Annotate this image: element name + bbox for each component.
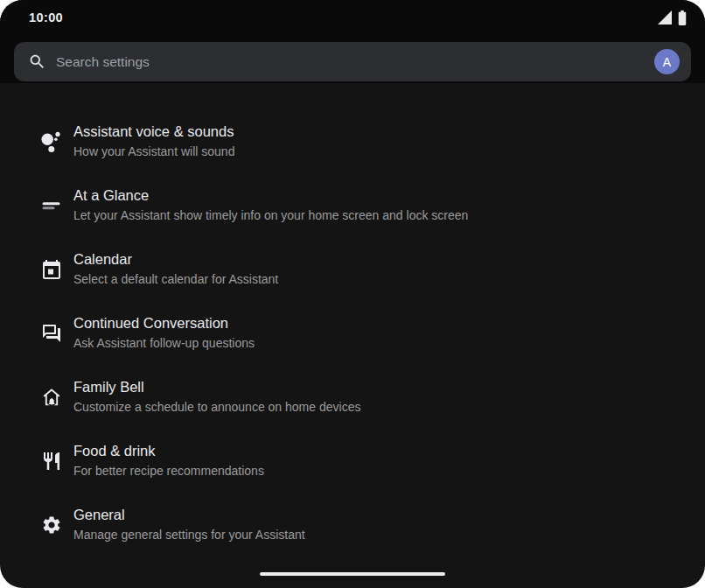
assistant-icon bbox=[41, 131, 62, 152]
search-settings-bar[interactable]: Search settings A bbox=[14, 42, 691, 81]
avatar-letter: A bbox=[663, 55, 671, 69]
list-item-subtitle: For better recipe recommendations bbox=[73, 463, 264, 480]
list-item-title: General bbox=[73, 506, 305, 524]
gear-icon bbox=[41, 514, 62, 536]
gesture-navigation-handle[interactable] bbox=[260, 572, 445, 576]
conversation-icon bbox=[41, 323, 62, 344]
list-item-subtitle: Select a default calendar for Assistant bbox=[73, 271, 278, 288]
status-icons bbox=[658, 10, 687, 25]
tablet-screen: 10:00 Search settings A bbox=[0, 0, 705, 588]
calendar-icon bbox=[41, 259, 62, 280]
list-item-subtitle: Ask Assistant follow-up questions bbox=[73, 335, 255, 352]
signal-icon bbox=[658, 10, 672, 24]
home-bell-icon bbox=[41, 387, 62, 408]
list-item-at-a-glance[interactable]: At a Glance Let your Assistant show time… bbox=[0, 173, 705, 237]
list-item-food-drink[interactable]: Food & drink For better recipe recommend… bbox=[0, 429, 705, 493]
list-item-title: Calendar bbox=[73, 250, 278, 269]
list-item-assistant-voice-sounds[interactable]: Assistant voice & sounds How your Assist… bbox=[0, 109, 705, 173]
list-item-subtitle: Manage general settings for your Assista… bbox=[73, 527, 305, 543]
status-clock: 10:00 bbox=[29, 10, 63, 24]
list-item-continued-conversation[interactable]: Continued Conversation Ask Assistant fol… bbox=[0, 301, 705, 365]
header-area: 10:00 Search settings A bbox=[0, 0, 705, 83]
list-item-general[interactable]: General Manage general settings for your… bbox=[0, 493, 705, 556]
search-placeholder: Search settings bbox=[56, 54, 150, 70]
list-item-subtitle: Customize a schedule to announce on home… bbox=[73, 399, 360, 416]
list-item-subtitle: Let your Assistant show timely info on y… bbox=[73, 207, 468, 224]
list-item-calendar[interactable]: Calendar Select a default calendar for A… bbox=[0, 237, 705, 301]
search-icon[interactable] bbox=[28, 52, 46, 71]
assistant-settings-list: Assistant voice & sounds How your Assist… bbox=[0, 83, 705, 556]
list-item-title: Assistant voice & sounds bbox=[73, 122, 234, 141]
battery-icon bbox=[678, 10, 687, 25]
status-bar: 10:00 bbox=[0, 0, 705, 35]
list-item-title: Continued Conversation bbox=[73, 314, 255, 332]
list-item-title: At a Glance bbox=[73, 186, 468, 205]
list-item-title: Food & drink bbox=[73, 442, 264, 460]
glance-icon bbox=[41, 195, 62, 216]
list-item-family-bell[interactable]: Family Bell Customize a schedule to anno… bbox=[0, 365, 705, 429]
restaurant-icon bbox=[41, 451, 62, 472]
list-item-title: Family Bell bbox=[73, 378, 360, 396]
list-item-subtitle: How your Assistant will sound bbox=[73, 144, 234, 160]
account-avatar[interactable]: A bbox=[654, 49, 680, 74]
